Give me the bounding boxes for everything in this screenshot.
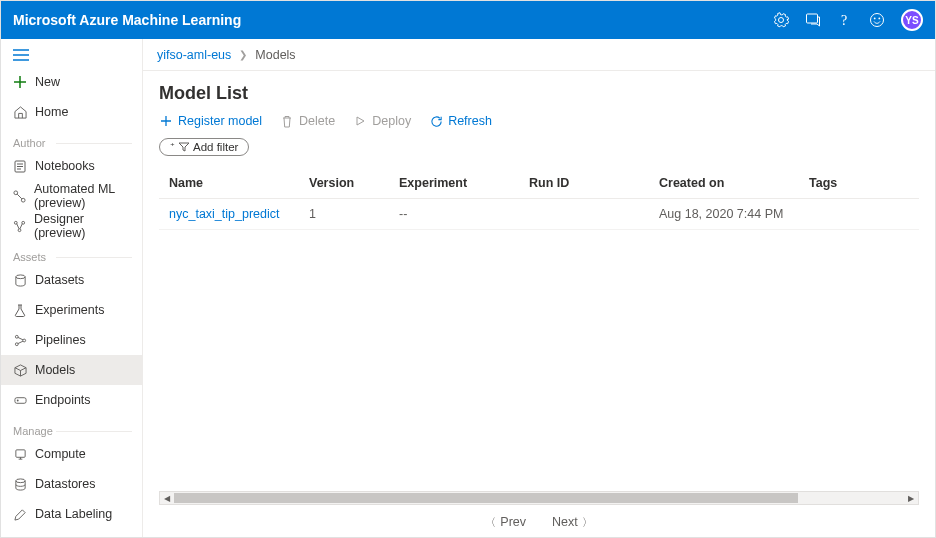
- header-actions: ? YS: [773, 9, 923, 31]
- prev-page-button[interactable]: 〈 Prev: [485, 515, 526, 530]
- sidebar-group-assets: Assets: [1, 241, 142, 265]
- sidebar-item-models[interactable]: Models: [1, 355, 142, 385]
- content-area: yifso-aml-eus ❯ Models Model List Regist…: [143, 39, 935, 537]
- home-icon: [13, 105, 27, 119]
- svg-point-4: [878, 18, 880, 20]
- sidebar: New Home Author Notebooks Automated ML (…: [1, 39, 143, 537]
- svg-rect-17: [15, 449, 24, 456]
- svg-text:?: ?: [841, 13, 847, 28]
- toolbar-label: Refresh: [448, 114, 492, 128]
- col-name[interactable]: Name: [159, 168, 299, 199]
- endpoints-icon: [13, 393, 27, 407]
- svg-point-16: [16, 399, 18, 401]
- sidebar-item-designer[interactable]: Designer (preview): [1, 211, 142, 241]
- feedback-icon[interactable]: [805, 12, 821, 28]
- sidebar-item-label: Home: [35, 105, 68, 119]
- models-icon: [13, 363, 27, 377]
- filter-icon: ⁺: [170, 141, 175, 151]
- toolbar: Register model Delete Deploy Refresh: [159, 114, 919, 128]
- table-row[interactable]: nyc_taxi_tip_predict 1 -- Aug 18, 2020 7…: [159, 199, 919, 230]
- svg-point-13: [15, 342, 18, 345]
- sidebar-item-datasets[interactable]: Datasets: [1, 265, 142, 295]
- gear-icon[interactable]: [773, 12, 789, 28]
- deploy-icon: [353, 114, 367, 128]
- pipeline-icon: [13, 333, 27, 347]
- scroll-right-icon[interactable]: ▶: [904, 492, 918, 504]
- breadcrumb: yifso-aml-eus ❯ Models: [143, 39, 935, 71]
- notebook-icon: [13, 159, 27, 173]
- trash-icon: [280, 114, 294, 128]
- menu-toggle-icon[interactable]: [1, 43, 142, 67]
- horizontal-scrollbar[interactable]: ◀ ▶: [159, 491, 919, 505]
- sidebar-item-notebooks[interactable]: Notebooks: [1, 151, 142, 181]
- datasets-icon: [13, 273, 27, 287]
- sidebar-item-label: New: [35, 75, 60, 89]
- next-page-button[interactable]: Next 〉: [552, 515, 593, 530]
- datastore-icon: [13, 477, 27, 491]
- refresh-button[interactable]: Refresh: [429, 114, 492, 128]
- svg-point-6: [14, 190, 18, 194]
- app-title: Microsoft Azure Machine Learning: [13, 12, 773, 28]
- toolbar-label: Register model: [178, 114, 262, 128]
- sidebar-item-experiments[interactable]: Experiments: [1, 295, 142, 325]
- page-title: Model List: [159, 83, 919, 104]
- sidebar-item-label: Models: [35, 363, 75, 377]
- col-tags[interactable]: Tags: [799, 168, 919, 199]
- cell-experiment: --: [389, 199, 519, 230]
- svg-point-18: [15, 478, 24, 482]
- help-icon[interactable]: ?: [837, 12, 853, 28]
- register-model-button[interactable]: Register model: [159, 114, 262, 128]
- svg-point-2: [871, 14, 884, 27]
- sidebar-item-label: Endpoints: [35, 393, 91, 407]
- pager-label: Prev: [500, 515, 526, 529]
- refresh-icon: [429, 114, 443, 128]
- avatar[interactable]: YS: [901, 9, 923, 31]
- plus-icon: [13, 75, 27, 89]
- scroll-left-icon[interactable]: ◀: [160, 492, 174, 504]
- col-experiment[interactable]: Experiment: [389, 168, 519, 199]
- sidebar-item-automl[interactable]: Automated ML (preview): [1, 181, 142, 211]
- sidebar-item-datastores[interactable]: Datastores: [1, 469, 142, 499]
- sidebar-item-label: Datastores: [35, 477, 95, 491]
- pager-label: Next: [552, 515, 578, 529]
- svg-point-11: [15, 274, 24, 278]
- delete-button[interactable]: Delete: [280, 114, 335, 128]
- sidebar-item-datalabeling[interactable]: Data Labeling: [1, 499, 142, 529]
- sidebar-item-new[interactable]: New: [1, 67, 142, 97]
- model-name-link[interactable]: nyc_taxi_tip_predict: [159, 199, 299, 230]
- svg-point-12: [15, 335, 18, 338]
- sidebar-item-home[interactable]: Home: [1, 97, 142, 127]
- cell-created: Aug 18, 2020 7:44 PM: [649, 199, 799, 230]
- sidebar-item-pipelines[interactable]: Pipelines: [1, 325, 142, 355]
- pager: 〈 Prev Next 〉: [143, 507, 935, 537]
- col-runid[interactable]: Run ID: [519, 168, 649, 199]
- sidebar-item-compute[interactable]: Compute: [1, 439, 142, 469]
- sidebar-item-label: Notebooks: [35, 159, 95, 173]
- designer-icon: [13, 219, 26, 233]
- sidebar-group-author: Author: [1, 127, 142, 151]
- breadcrumb-workspace[interactable]: yifso-aml-eus: [157, 48, 231, 62]
- add-filter-button[interactable]: ⁺ Add filter: [159, 138, 249, 156]
- sidebar-item-label: Automated ML (preview): [34, 182, 130, 210]
- col-created[interactable]: Created on: [649, 168, 799, 199]
- sidebar-item-label: Data Labeling: [35, 507, 112, 521]
- label-icon: [13, 507, 27, 521]
- smile-icon[interactable]: [869, 12, 885, 28]
- sidebar-item-label: Pipelines: [35, 333, 86, 347]
- svg-point-7: [21, 198, 25, 202]
- scrollbar-thumb[interactable]: [174, 493, 798, 503]
- sidebar-item-endpoints[interactable]: Endpoints: [1, 385, 142, 415]
- sidebar-item-label: Compute: [35, 447, 86, 461]
- sidebar-item-label: Designer (preview): [34, 212, 130, 240]
- compute-icon: [13, 447, 27, 461]
- filter-label: Add filter: [193, 141, 238, 153]
- toolbar-label: Delete: [299, 114, 335, 128]
- sidebar-item-label: Datasets: [35, 273, 84, 287]
- plus-icon: [159, 114, 173, 128]
- svg-rect-0: [807, 14, 818, 23]
- col-version[interactable]: Version: [299, 168, 389, 199]
- sidebar-item-label: Experiments: [35, 303, 104, 317]
- deploy-button[interactable]: Deploy: [353, 114, 411, 128]
- svg-point-10: [18, 228, 21, 231]
- models-table: Name Version Experiment Run ID Created o…: [159, 168, 919, 491]
